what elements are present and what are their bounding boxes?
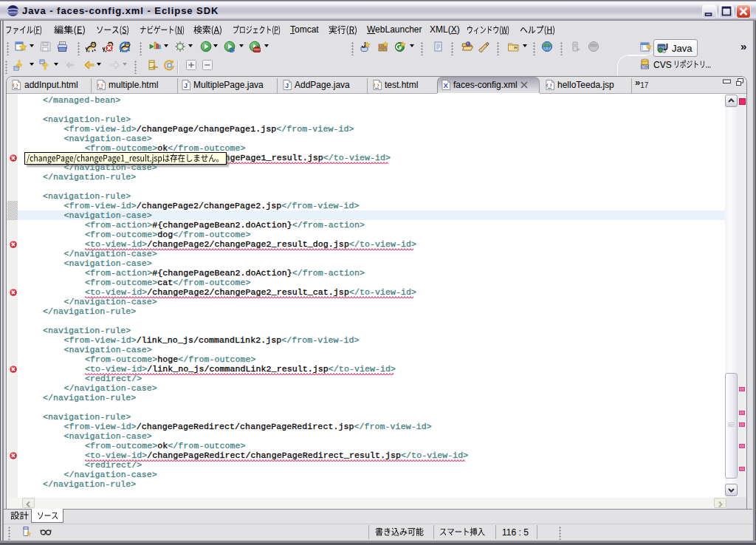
svg-text:J: J — [285, 82, 289, 89]
svg-text:X: X — [443, 81, 448, 89]
svg-text:CVS: CVS — [642, 65, 648, 69]
svg-text:J: J — [184, 82, 188, 89]
